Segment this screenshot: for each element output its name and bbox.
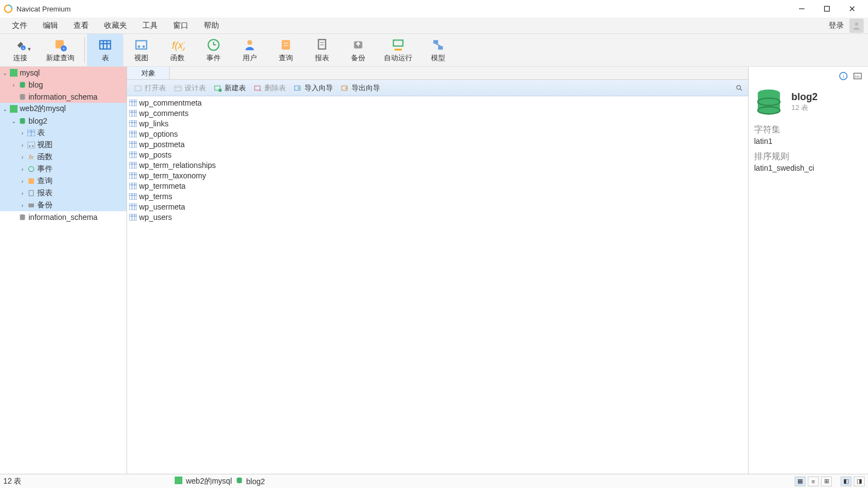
svg-line-33 (436, 43, 441, 45)
toolbar-autorun[interactable]: 自动运行 (376, 34, 420, 66)
svg-rect-81 (129, 152, 137, 158)
table-row[interactable]: wp_term_taxonomy (127, 170, 748, 181)
tree-connection-web2[interactable]: ⌄ web2的mysql (0, 103, 127, 115)
minimize-button[interactable] (789, 0, 814, 18)
panel-left-icon[interactable]: ◧ (841, 477, 852, 486)
svg-rect-85 (129, 162, 137, 169)
table-row[interactable]: wp_terms (127, 191, 748, 201)
menu-tools[interactable]: 工具 (135, 19, 165, 33)
table-icon (98, 38, 112, 52)
maximize-button[interactable] (814, 0, 840, 18)
caret-down-icon: ⌄ (10, 118, 18, 124)
tree-connection-mysql[interactable]: ⌄ mysql (0, 67, 127, 79)
mysql-conn-icon (9, 68, 19, 77)
tab-strip: 对象 (127, 67, 748, 80)
tree-node-event[interactable]: ›事件 (0, 163, 127, 175)
toolbar-view[interactable]: 视图 (123, 34, 159, 66)
tree-node-backup[interactable]: ›备份 (0, 199, 127, 211)
svg-rect-34 (10, 69, 18, 77)
table-row[interactable]: wp_options (127, 129, 748, 139)
tree-node-table[interactable]: ›表 (0, 127, 127, 139)
toolbar-user[interactable]: 用户 (232, 34, 268, 66)
tree-node-view[interactable]: ›视图 (0, 139, 127, 151)
menu-favorites[interactable]: 收藏夹 (96, 19, 135, 33)
svg-rect-2 (825, 7, 830, 11)
query-icon (26, 177, 36, 185)
toolbar-query[interactable]: 查询 (268, 34, 304, 66)
table-name: wp_users (139, 213, 172, 222)
view-grid-icon[interactable]: ▦ (795, 477, 806, 486)
function-icon: f(x) (170, 38, 185, 52)
tree-db-infoschema2[interactable]: information_schema (0, 211, 127, 223)
menu-edit[interactable]: 编辑 (35, 19, 66, 33)
table-row[interactable]: wp_usermeta (127, 201, 748, 212)
report-icon (315, 38, 329, 52)
app-icon (3, 4, 13, 14)
database-icon (18, 117, 27, 125)
user-avatar-icon[interactable] (849, 19, 864, 33)
toolbar-table[interactable]: 表 (87, 34, 123, 66)
info-icon[interactable]: i (838, 71, 848, 83)
table-row[interactable]: wp_commentmeta (127, 97, 748, 108)
menu-help[interactable]: 帮助 (196, 19, 227, 33)
svg-rect-30 (393, 40, 403, 46)
delete-table-button[interactable]: 删除表 (250, 82, 289, 94)
connection-tree[interactable]: ⌄ mysql › blog information_schema ⌄ web2… (0, 67, 127, 474)
import-wizard-button[interactable]: 导入向导 (290, 82, 336, 94)
toolbar-model[interactable]: 模型 (420, 34, 456, 66)
toolbar-function[interactable]: f(x) 函数 (159, 34, 196, 66)
svg-rect-42 (27, 142, 35, 148)
table-name: wp_commentmeta (139, 98, 202, 107)
collation-value: latin1_swedish_ci (754, 164, 863, 172)
table-row[interactable]: wp_users (127, 212, 748, 222)
table-name: wp_posts (139, 150, 171, 159)
toolbar-query-label: 查询 (279, 53, 293, 63)
backup-icon (26, 201, 36, 210)
tree-node-report[interactable]: ›报表 (0, 187, 127, 199)
tree-db-blog2[interactable]: ⌄ blog2 (0, 115, 127, 127)
tree-node-function[interactable]: ›fx函数 (0, 151, 127, 163)
tree-db-infoschema1[interactable]: information_schema (0, 91, 127, 103)
table-row[interactable]: wp_links (127, 118, 748, 129)
clock-icon (206, 38, 221, 52)
toolbar-new-query[interactable]: + 新建查询 (38, 34, 82, 66)
toolbar-event[interactable]: 事件 (196, 34, 232, 66)
new-table-button[interactable]: 新建表 (210, 82, 249, 94)
table-row[interactable]: wp_termmeta (127, 181, 748, 191)
svg-rect-31 (433, 40, 438, 44)
login-link[interactable]: 登录 (825, 21, 847, 31)
charset-value: latin1 (754, 137, 863, 146)
search-icon[interactable] (734, 83, 745, 94)
menu-file[interactable]: 文件 (4, 19, 35, 33)
table-name: wp_options (139, 130, 178, 138)
tree-node-query[interactable]: ›查询 (0, 175, 127, 187)
collation-label: 排序规则 (754, 151, 863, 162)
tab-object[interactable]: 对象 (127, 67, 170, 79)
menu-view[interactable]: 查看 (66, 19, 96, 33)
tree-db-blog[interactable]: › blog (0, 79, 127, 91)
view-list-icon[interactable]: ≡ (808, 477, 819, 486)
open-table-button[interactable]: 打开表 (130, 82, 169, 94)
center-panel: 对象 打开表 设计表 新建表 删除表 导入向导 导出向导 wp_commentm… (127, 67, 749, 474)
info-panel: i DDL blog2 12 表 字符集 latin1 排序规则 latin1_… (749, 67, 868, 474)
table-row[interactable]: wp_comments (127, 108, 748, 118)
status-conn: web2的mysql (186, 477, 232, 486)
ddl-icon[interactable]: DDL (853, 71, 863, 83)
close-button[interactable] (840, 0, 865, 18)
svg-point-22 (248, 40, 252, 45)
export-wizard-button[interactable]: 导出向导 (337, 82, 383, 94)
table-row[interactable]: wp_term_relationships (127, 160, 748, 170)
design-table-button[interactable]: 设计表 (170, 82, 209, 94)
table-row[interactable]: wp_postmeta (127, 139, 748, 149)
panel-right-icon[interactable]: ◨ (854, 477, 865, 486)
table-row[interactable]: wp_posts (127, 149, 748, 160)
menu-window[interactable]: 窗口 (165, 19, 196, 33)
view-detail-icon[interactable]: ⊞ (821, 477, 832, 486)
toolbar-connect[interactable]: + ▼ 连接 (2, 34, 38, 66)
svg-rect-101 (129, 204, 137, 210)
table-list[interactable]: wp_commentmetawp_commentswp_linkswp_opti… (127, 96, 748, 474)
database-name: blog2 (791, 91, 818, 103)
table-icon (129, 109, 138, 117)
toolbar-report[interactable]: 报表 (304, 34, 340, 66)
toolbar-backup[interactable]: 备份 (340, 34, 376, 66)
